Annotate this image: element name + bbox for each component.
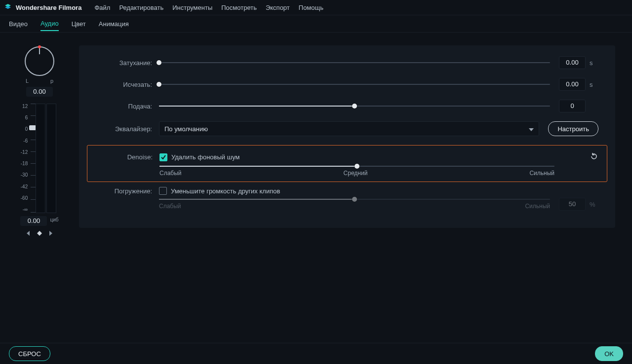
- fadein-value[interactable]: 0.00: [559, 56, 586, 69]
- denoise-checkbox-label: Удалить фоновый шум: [171, 153, 239, 161]
- fadeout-label: Исчезать:: [96, 81, 152, 88]
- menu-file[interactable]: Файл: [94, 4, 110, 11]
- tab-audio[interactable]: Аудио: [40, 17, 59, 31]
- eq-selected: По умолчанию: [164, 125, 208, 133]
- eq-label: Эквалайзер:: [96, 125, 152, 133]
- denoise-mid: Средний: [344, 170, 368, 177]
- pitch-value[interactable]: 0: [559, 100, 586, 112]
- pan-right-label: р: [50, 78, 53, 84]
- ok-button[interactable]: OK: [595, 346, 623, 361]
- denoise-weak: Слабый: [159, 170, 182, 177]
- next-keyframe-icon[interactable]: [49, 231, 54, 236]
- tab-color[interactable]: Цвет: [72, 17, 86, 31]
- ducking-checkbox-label: Уменьшите громкость других клипов: [171, 187, 280, 195]
- fadein-label: Затухание:: [96, 59, 152, 67]
- chevron-down-icon: [529, 125, 534, 133]
- pan-knob[interactable]: [25, 46, 54, 76]
- ducking-strong: Сильный: [525, 203, 550, 210]
- fadeout-unit: s: [590, 81, 598, 88]
- fadein-slider[interactable]: [159, 62, 550, 63]
- menu-edit[interactable]: Редактировать: [119, 4, 163, 11]
- vmeter-bar-l: [36, 104, 45, 213]
- vmeter-ticks: 1260 -6-12-18 -30-42-60 -∞: [21, 104, 28, 212]
- prev-keyframe-icon[interactable]: [25, 231, 30, 236]
- menu-export[interactable]: Экспорт: [266, 4, 290, 11]
- ducking-label: Погружение:: [96, 187, 152, 195]
- add-keyframe-icon[interactable]: [37, 231, 42, 236]
- menu-help[interactable]: Помощь: [299, 4, 323, 11]
- denoise-strong: Сильный: [529, 170, 554, 177]
- eq-customize-button[interactable]: Настроить: [548, 121, 598, 136]
- app-logo-icon: [4, 3, 12, 11]
- denoise-slider[interactable]: [159, 166, 554, 167]
- denoise-checkbox[interactable]: [159, 153, 167, 161]
- vmeter-fader[interactable]: [31, 104, 36, 212]
- menu-view[interactable]: Посмотреть: [221, 4, 257, 11]
- vmeter-unit: циб: [50, 217, 58, 222]
- pitch-slider[interactable]: [159, 106, 550, 107]
- pan-value[interactable]: 0.00: [26, 87, 53, 97]
- ducking-slider: [159, 199, 550, 200]
- ducking-checkbox[interactable]: [159, 187, 167, 195]
- pitch-label: Подача:: [96, 103, 152, 110]
- ducking-value: 50: [559, 198, 586, 211]
- ducking-unit: %: [590, 201, 598, 208]
- menu-bar: Файл Редактировать Инструменты Посмотрет…: [94, 4, 323, 11]
- ducking-weak: Слабый: [159, 203, 181, 210]
- menu-tools[interactable]: Инструменты: [172, 4, 212, 11]
- app-title: Wondershare Filmora: [16, 4, 81, 11]
- vmeter-bar-r: [46, 104, 56, 213]
- vmeter-readout[interactable]: 0.00: [20, 216, 47, 226]
- fadeout-value[interactable]: 0.00: [559, 78, 586, 91]
- denoise-label: Denoise:: [96, 153, 153, 161]
- tab-video[interactable]: Видео: [9, 17, 28, 31]
- reset-button[interactable]: СБРОС: [9, 346, 50, 361]
- tab-animation[interactable]: Анимация: [99, 17, 129, 31]
- eq-select[interactable]: По умолчанию: [159, 121, 539, 136]
- denoise-reset-icon[interactable]: [590, 152, 598, 162]
- fadeout-slider[interactable]: [159, 84, 550, 85]
- pan-left-label: L: [26, 78, 29, 84]
- fadein-unit: s: [590, 59, 598, 67]
